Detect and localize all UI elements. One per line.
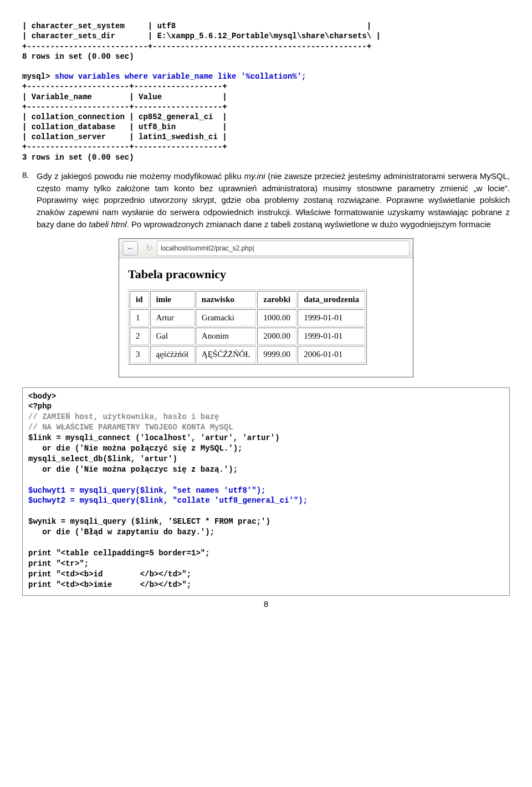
table-header-row: id imie nazwisko zarobki data_urodzenia — [130, 291, 365, 308]
step-number: 8. — [22, 170, 37, 231]
php-code-block: <body> <?php // ZAMIEŃ host, użytkownika… — [22, 387, 510, 596]
col-id: id — [130, 291, 149, 308]
col-zarobki: zarobki — [257, 291, 296, 308]
sql-output: | character_set_system | utf8 | | charac… — [22, 11, 510, 162]
table-row: 2 Gal Anonim 2000.00 1999-01-01 — [130, 328, 365, 345]
table-row: 1 Artur Gramacki 1000.00 1999-01-01 — [130, 309, 365, 326]
page-title: Tabela pracownicy — [128, 267, 404, 282]
col-nazwisko: nazwisko — [196, 291, 257, 308]
col-data: data_urodzenia — [298, 291, 365, 308]
browser-toolbar: ← ↻ localhost/summit2/prac_s2.php| — [119, 239, 413, 258]
page-number: 8 — [22, 599, 510, 609]
browser-screenshot: ← ↻ localhost/summit2/prac_s2.php| Tabel… — [119, 238, 413, 377]
arrow-left-icon: ← — [126, 243, 135, 253]
col-imie: imie — [150, 291, 195, 308]
employees-table: id imie nazwisko zarobki data_urodzenia … — [128, 289, 367, 365]
url-bar[interactable]: localhost/summit2/prac_s2.php| — [157, 241, 410, 256]
browser-content: Tabela pracownicy id imie nazwisko zarob… — [119, 258, 413, 377]
reload-icon[interactable]: ↻ — [144, 243, 155, 254]
step-8-paragraph: 8. Gdy z jakiegoś powodu nie możemy mody… — [22, 170, 510, 231]
back-button[interactable]: ← — [122, 241, 138, 255]
table-row: 3 ąęśćźżńół ĄĘŚĆŹŻŃÓŁ 9999.00 2006-01-01 — [130, 346, 365, 363]
step-text: Gdy z jakiegoś powodu nie możemy modyfik… — [37, 170, 510, 231]
